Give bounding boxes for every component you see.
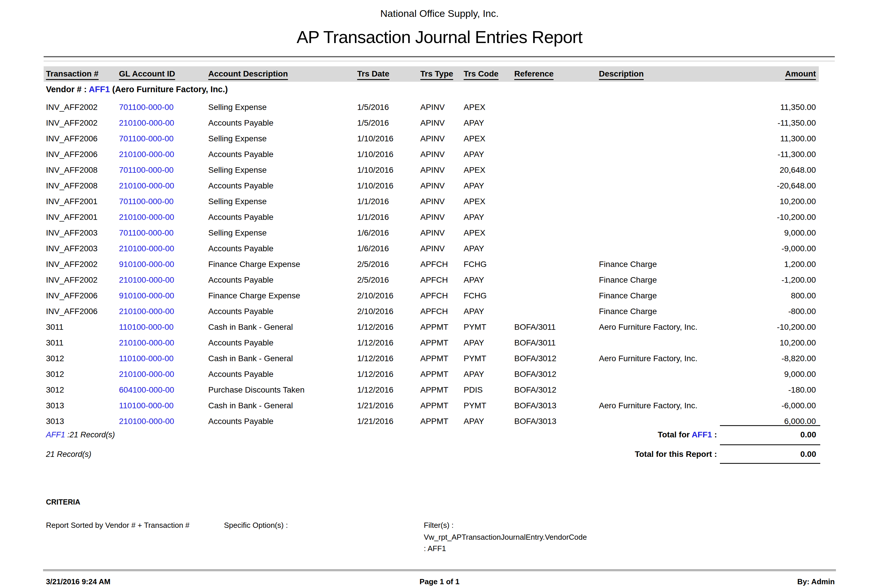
cell-transaction: 3011 (46, 322, 119, 332)
cell-gl-account[interactable]: 604100-000-00 (119, 385, 208, 395)
cell-transaction: INV_AFF2003 (46, 244, 119, 254)
cell-amount: 9,000.00 (714, 369, 819, 379)
column-header-reference[interactable]: Reference (514, 69, 554, 80)
cell-gl-account[interactable]: 210100-000-00 (119, 275, 208, 285)
cell-reference: BOFA/3011 (514, 322, 599, 332)
column-header-trs-date[interactable]: Trs Date (357, 69, 390, 80)
cell-account-description: Selling Expense (208, 102, 357, 112)
cell-trs-date: 1/12/2016 (357, 385, 420, 395)
cell-gl-account[interactable]: 701100-000-00 (119, 165, 208, 175)
table-row: INV_AFF2002701100-000-00Selling Expense1… (44, 102, 819, 118)
cell-gl-account[interactable]: 210100-000-00 (119, 338, 208, 348)
cell-trs-code: FCHG (464, 260, 514, 269)
criteria-filter-expression: Vw_rpt_APTransactionJournalEntry.VendorC… (424, 532, 587, 542)
column-header-trs-code[interactable]: Trs Code (464, 69, 498, 80)
cell-account-description: Cash in Bank - General (208, 401, 357, 411)
cell-trs-code: PYMT (464, 354, 514, 363)
criteria-filter-value: : AFF1 (424, 544, 446, 553)
cell-description: Finance Charge (599, 291, 714, 301)
cell-trs-type: APINV (420, 212, 464, 222)
cell-account-description: Cash in Bank - General (208, 322, 357, 332)
cell-account-description: Accounts Payable (208, 369, 357, 379)
cell-account-description: Accounts Payable (208, 150, 357, 159)
cell-transaction: INV_AFF2002 (46, 118, 119, 128)
cell-gl-account[interactable]: 110100-000-00 (119, 354, 208, 363)
cell-gl-account[interactable]: 910100-000-00 (119, 260, 208, 269)
cell-trs-date: 2/5/2016 (357, 275, 420, 285)
cell-gl-account[interactable]: 210100-000-00 (119, 118, 208, 128)
cell-trs-date: 1/12/2016 (357, 354, 420, 363)
vendor-code-link[interactable]: AFF1 (89, 85, 110, 94)
cell-gl-account[interactable]: 110100-000-00 (119, 401, 208, 411)
vendor-record-count-code[interactable]: AFF1 (46, 430, 65, 439)
cell-account-description: Accounts Payable (208, 181, 357, 191)
cell-transaction: INV_AFF2001 (46, 196, 119, 207)
criteria-filters-label: Filter(s) : (424, 520, 454, 530)
column-header-trs-type[interactable]: Trs Type (420, 69, 453, 80)
report-total-top-line (720, 444, 820, 445)
table-row: INV_AFF2006210100-000-00Accounts Payable… (44, 150, 819, 165)
cell-amount: -11,300.00 (714, 150, 819, 159)
cell-amount: 10,200.00 (714, 196, 819, 207)
cell-description: Finance Charge (599, 306, 714, 316)
cell-amount: 11,300.00 (714, 134, 819, 144)
criteria-specific-options-label: Specific Option(s) : (224, 520, 288, 530)
cell-account-description: Accounts Payable (208, 212, 357, 222)
cell-trs-type: APINV (420, 102, 464, 112)
cell-amount: 20,648.00 (714, 165, 819, 175)
cell-gl-account[interactable]: 210100-000-00 (119, 150, 208, 159)
cell-amount: -180.00 (714, 385, 819, 395)
cell-gl-account[interactable]: 701100-000-00 (119, 196, 208, 207)
footer-page-number: Page 1 of 1 (0, 577, 879, 586)
column-header-amount[interactable]: Amount (785, 69, 816, 80)
cell-amount: 9,000.00 (714, 228, 819, 238)
cell-trs-date: 1/6/2016 (357, 244, 420, 254)
cell-description: Finance Charge (599, 275, 714, 285)
cell-gl-account[interactable]: 910100-000-00 (119, 291, 208, 301)
cell-trs-date: 2/10/2016 (357, 291, 420, 301)
cell-amount: -6,000.00 (714, 401, 819, 411)
cell-trs-type: APINV (420, 244, 464, 254)
report-total-label: Total for this Report : (634, 449, 717, 459)
column-header-description[interactable]: Description (599, 69, 644, 80)
cell-amount: 6,000.00 (714, 416, 819, 426)
cell-gl-account[interactable]: 701100-000-00 (119, 134, 208, 144)
cell-gl-account[interactable]: 210100-000-00 (119, 416, 208, 426)
vendor-total-code[interactable]: AFF1 (692, 430, 712, 439)
cell-account-description: Accounts Payable (208, 338, 357, 348)
cell-gl-account[interactable]: 210100-000-00 (119, 212, 208, 222)
column-header-transaction[interactable]: Transaction # (46, 69, 99, 80)
cell-gl-account[interactable]: 210100-000-00 (119, 181, 208, 191)
cell-gl-account[interactable]: 210100-000-00 (119, 306, 208, 316)
cell-trs-code: PYMT (464, 401, 514, 411)
column-header-account-description[interactable]: Account Description (208, 69, 288, 80)
cell-trs-type: APPMT (420, 401, 464, 411)
company-name: National Office Supply, Inc. (0, 8, 879, 19)
cell-trs-code: APAY (464, 369, 514, 379)
cell-transaction: 3012 (46, 369, 119, 379)
cell-transaction: INV_AFF2002 (46, 102, 119, 112)
cell-transaction: 3011 (46, 338, 119, 348)
cell-trs-code: APEX (464, 134, 514, 144)
cell-gl-account[interactable]: 210100-000-00 (119, 244, 208, 254)
column-header-gl-account-id[interactable]: GL Account ID (119, 69, 175, 80)
cell-trs-type: APPMT (420, 416, 464, 426)
cell-gl-account[interactable]: 701100-000-00 (119, 102, 208, 112)
cell-trs-date: 1/10/2016 (357, 181, 420, 191)
cell-gl-account[interactable]: 210100-000-00 (119, 369, 208, 379)
cell-gl-account[interactable]: 701100-000-00 (119, 228, 208, 238)
cell-trs-type: APFCH (420, 260, 464, 269)
cell-transaction: INV_AFF2001 (46, 212, 119, 222)
table-row: INV_AFF2006210100-000-00Accounts Payable… (44, 306, 819, 322)
cell-account-description: Accounts Payable (208, 118, 357, 128)
cell-reference: BOFA/3013 (514, 416, 599, 426)
table-row: INV_AFF2008210100-000-00Accounts Payable… (44, 181, 819, 196)
cell-trs-date: 1/12/2016 (357, 338, 420, 348)
cell-account-description: Selling Expense (208, 134, 357, 144)
table-row: INV_AFF2002910100-000-00Finance Charge E… (44, 260, 819, 275)
cell-account-description: Selling Expense (208, 165, 357, 175)
vendor-group-header: Vendor # : AFF1 (Aero Furniture Factory,… (46, 84, 228, 94)
table-row: INV_AFF2008701100-000-00Selling Expense1… (44, 165, 819, 181)
cell-gl-account[interactable]: 110100-000-00 (119, 322, 208, 332)
cell-amount: -8,820.00 (714, 354, 819, 363)
